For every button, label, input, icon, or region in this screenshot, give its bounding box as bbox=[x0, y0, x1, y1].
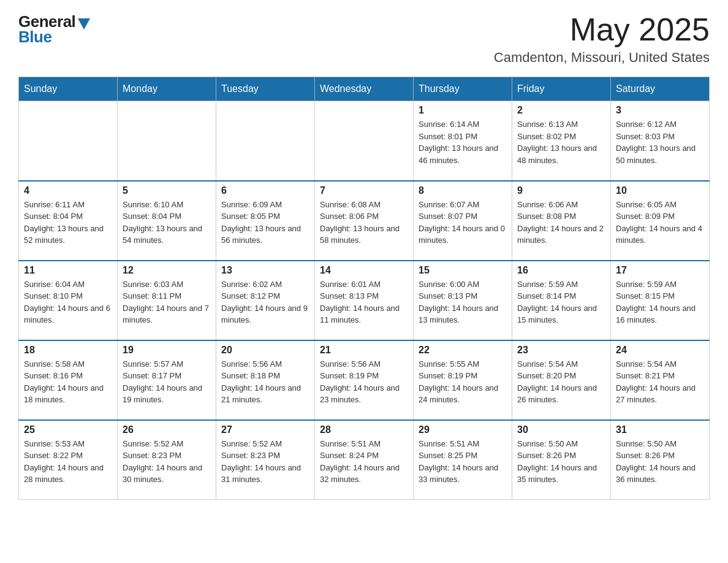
day-number: 12 bbox=[123, 265, 211, 276]
calendar-day-cell: 10Sunrise: 6:05 AM Sunset: 8:09 PM Dayli… bbox=[611, 181, 710, 261]
calendar-day-cell: 9Sunrise: 6:06 AM Sunset: 8:08 PM Daylig… bbox=[512, 181, 611, 261]
calendar-day-cell: 7Sunrise: 6:08 AM Sunset: 8:06 PM Daylig… bbox=[315, 181, 414, 261]
day-info: Sunrise: 5:52 AM Sunset: 8:23 PM Dayligh… bbox=[221, 438, 309, 486]
day-number: 11 bbox=[24, 265, 112, 276]
day-number: 18 bbox=[24, 345, 112, 356]
location-title: Camdenton, Missouri, United States bbox=[494, 50, 710, 66]
day-info: Sunrise: 6:05 AM Sunset: 8:09 PM Dayligh… bbox=[616, 199, 704, 247]
calendar-week-row: 1Sunrise: 6:14 AM Sunset: 8:01 PM Daylig… bbox=[19, 101, 710, 181]
day-info: Sunrise: 5:58 AM Sunset: 8:16 PM Dayligh… bbox=[24, 358, 112, 406]
day-number: 8 bbox=[419, 185, 507, 196]
day-info: Sunrise: 6:04 AM Sunset: 8:10 PM Dayligh… bbox=[24, 278, 112, 326]
day-number: 22 bbox=[419, 345, 507, 356]
logo: General Blue bbox=[18, 12, 90, 47]
calendar-week-row: 18Sunrise: 5:58 AM Sunset: 8:16 PM Dayli… bbox=[19, 340, 710, 420]
calendar-weekday-header: Monday bbox=[118, 77, 216, 101]
day-number: 26 bbox=[123, 424, 211, 435]
month-title: May 2025 bbox=[494, 12, 710, 47]
calendar-week-row: 11Sunrise: 6:04 AM Sunset: 8:10 PM Dayli… bbox=[19, 261, 710, 340]
day-number: 29 bbox=[419, 424, 507, 435]
calendar-weekday-header: Saturday bbox=[611, 77, 710, 101]
day-info: Sunrise: 6:13 AM Sunset: 8:02 PM Dayligh… bbox=[517, 118, 605, 166]
calendar-day-cell: 15Sunrise: 6:00 AM Sunset: 8:13 PM Dayli… bbox=[414, 261, 512, 340]
day-info: Sunrise: 5:56 AM Sunset: 8:19 PM Dayligh… bbox=[320, 358, 408, 406]
calendar-day-cell: 13Sunrise: 6:02 AM Sunset: 8:12 PM Dayli… bbox=[216, 261, 315, 340]
calendar-weekday-header: Thursday bbox=[414, 77, 512, 101]
calendar-day-cell: 19Sunrise: 5:57 AM Sunset: 8:17 PM Dayli… bbox=[118, 340, 216, 420]
calendar-week-row: 4Sunrise: 6:11 AM Sunset: 8:04 PM Daylig… bbox=[19, 181, 710, 261]
day-info: Sunrise: 6:11 AM Sunset: 8:04 PM Dayligh… bbox=[24, 199, 112, 247]
day-number: 23 bbox=[517, 345, 605, 356]
day-info: Sunrise: 5:57 AM Sunset: 8:17 PM Dayligh… bbox=[123, 358, 211, 406]
page-header: General Blue May 2025 Camdenton, Missour… bbox=[18, 12, 710, 66]
calendar-weekday-header: Sunday bbox=[19, 77, 118, 101]
day-number: 6 bbox=[221, 185, 309, 196]
day-number: 15 bbox=[419, 265, 507, 276]
day-number: 7 bbox=[320, 185, 408, 196]
calendar-day-cell bbox=[19, 101, 118, 181]
calendar-day-cell: 21Sunrise: 5:56 AM Sunset: 8:19 PM Dayli… bbox=[315, 340, 414, 420]
calendar-day-cell: 6Sunrise: 6:09 AM Sunset: 8:05 PM Daylig… bbox=[216, 181, 315, 261]
day-number: 14 bbox=[320, 265, 408, 276]
day-info: Sunrise: 5:56 AM Sunset: 8:18 PM Dayligh… bbox=[221, 358, 309, 406]
day-info: Sunrise: 5:55 AM Sunset: 8:19 PM Dayligh… bbox=[419, 358, 507, 406]
day-info: Sunrise: 6:12 AM Sunset: 8:03 PM Dayligh… bbox=[616, 118, 704, 166]
day-number: 5 bbox=[123, 185, 211, 196]
calendar-day-cell: 30Sunrise: 5:50 AM Sunset: 8:26 PM Dayli… bbox=[512, 420, 611, 500]
day-info: Sunrise: 5:50 AM Sunset: 8:26 PM Dayligh… bbox=[616, 438, 704, 486]
day-number: 4 bbox=[24, 185, 112, 196]
day-info: Sunrise: 5:53 AM Sunset: 8:22 PM Dayligh… bbox=[24, 438, 112, 486]
calendar-day-cell: 24Sunrise: 5:54 AM Sunset: 8:21 PM Dayli… bbox=[611, 340, 710, 420]
calendar-day-cell: 28Sunrise: 5:51 AM Sunset: 8:24 PM Dayli… bbox=[315, 420, 414, 500]
day-number: 31 bbox=[616, 424, 704, 435]
day-number: 21 bbox=[320, 345, 408, 356]
day-info: Sunrise: 5:54 AM Sunset: 8:20 PM Dayligh… bbox=[517, 358, 605, 406]
day-number: 20 bbox=[221, 345, 309, 356]
calendar-week-row: 25Sunrise: 5:53 AM Sunset: 8:22 PM Dayli… bbox=[19, 420, 710, 500]
calendar-day-cell bbox=[315, 101, 414, 181]
day-info: Sunrise: 5:59 AM Sunset: 8:14 PM Dayligh… bbox=[517, 278, 605, 326]
calendar-day-cell: 12Sunrise: 6:03 AM Sunset: 8:11 PM Dayli… bbox=[118, 261, 216, 340]
day-number: 24 bbox=[616, 345, 704, 356]
calendar-day-cell bbox=[216, 101, 315, 181]
day-info: Sunrise: 6:00 AM Sunset: 8:13 PM Dayligh… bbox=[419, 278, 507, 326]
day-info: Sunrise: 6:07 AM Sunset: 8:07 PM Dayligh… bbox=[419, 199, 507, 247]
calendar-day-cell: 4Sunrise: 6:11 AM Sunset: 8:04 PM Daylig… bbox=[19, 181, 118, 261]
day-number: 27 bbox=[221, 424, 309, 435]
calendar-day-cell: 31Sunrise: 5:50 AM Sunset: 8:26 PM Dayli… bbox=[611, 420, 710, 500]
calendar-day-cell: 14Sunrise: 6:01 AM Sunset: 8:13 PM Dayli… bbox=[315, 261, 414, 340]
calendar-day-cell: 11Sunrise: 6:04 AM Sunset: 8:10 PM Dayli… bbox=[19, 261, 118, 340]
calendar-day-cell: 8Sunrise: 6:07 AM Sunset: 8:07 PM Daylig… bbox=[414, 181, 512, 261]
day-info: Sunrise: 6:08 AM Sunset: 8:06 PM Dayligh… bbox=[320, 199, 408, 247]
calendar-day-cell: 5Sunrise: 6:10 AM Sunset: 8:04 PM Daylig… bbox=[118, 181, 216, 261]
logo-triangle-icon bbox=[78, 18, 90, 29]
logo-blue-text: Blue bbox=[18, 28, 51, 47]
day-info: Sunrise: 5:54 AM Sunset: 8:21 PM Dayligh… bbox=[616, 358, 704, 406]
calendar-day-cell: 3Sunrise: 6:12 AM Sunset: 8:03 PM Daylig… bbox=[611, 101, 710, 181]
calendar-day-cell bbox=[118, 101, 216, 181]
day-number: 25 bbox=[24, 424, 112, 435]
day-info: Sunrise: 6:09 AM Sunset: 8:05 PM Dayligh… bbox=[221, 199, 309, 247]
calendar-table: SundayMondayTuesdayWednesdayThursdayFrid… bbox=[18, 77, 710, 500]
calendar-day-cell: 22Sunrise: 5:55 AM Sunset: 8:19 PM Dayli… bbox=[414, 340, 512, 420]
day-info: Sunrise: 5:52 AM Sunset: 8:23 PM Dayligh… bbox=[123, 438, 211, 486]
day-info: Sunrise: 5:50 AM Sunset: 8:26 PM Dayligh… bbox=[517, 438, 605, 486]
calendar-day-cell: 1Sunrise: 6:14 AM Sunset: 8:01 PM Daylig… bbox=[414, 101, 512, 181]
calendar-day-cell: 25Sunrise: 5:53 AM Sunset: 8:22 PM Dayli… bbox=[19, 420, 118, 500]
calendar-day-cell: 29Sunrise: 5:51 AM Sunset: 8:25 PM Dayli… bbox=[414, 420, 512, 500]
day-info: Sunrise: 5:59 AM Sunset: 8:15 PM Dayligh… bbox=[616, 278, 704, 326]
day-number: 16 bbox=[517, 265, 605, 276]
calendar-day-cell: 26Sunrise: 5:52 AM Sunset: 8:23 PM Dayli… bbox=[118, 420, 216, 500]
day-number: 9 bbox=[517, 185, 605, 196]
calendar-day-cell: 20Sunrise: 5:56 AM Sunset: 8:18 PM Dayli… bbox=[216, 340, 315, 420]
day-number: 1 bbox=[419, 105, 507, 116]
day-number: 3 bbox=[616, 105, 704, 116]
day-number: 10 bbox=[616, 185, 704, 196]
day-info: Sunrise: 6:06 AM Sunset: 8:08 PM Dayligh… bbox=[517, 199, 605, 247]
day-info: Sunrise: 5:51 AM Sunset: 8:25 PM Dayligh… bbox=[419, 438, 507, 486]
calendar-day-cell: 23Sunrise: 5:54 AM Sunset: 8:20 PM Dayli… bbox=[512, 340, 611, 420]
calendar-header-row: SundayMondayTuesdayWednesdayThursdayFrid… bbox=[19, 77, 710, 101]
day-info: Sunrise: 6:02 AM Sunset: 8:12 PM Dayligh… bbox=[221, 278, 309, 326]
day-number: 17 bbox=[616, 265, 704, 276]
day-info: Sunrise: 6:10 AM Sunset: 8:04 PM Dayligh… bbox=[123, 199, 211, 247]
